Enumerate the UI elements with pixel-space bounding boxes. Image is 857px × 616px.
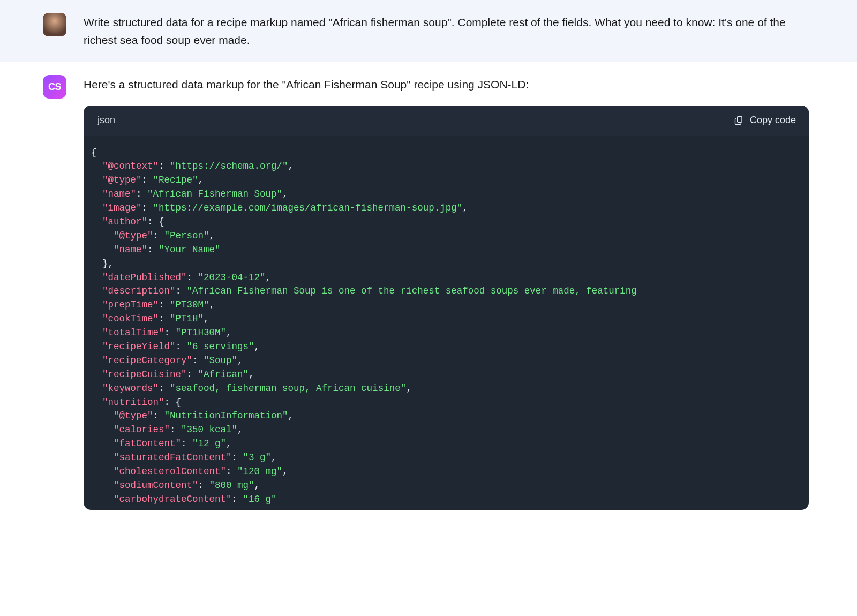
code-body[interactable]: { "@context": "https://schema.org/", "@t… <box>84 136 809 510</box>
assistant-avatar: CS <box>43 75 66 99</box>
code-block-header: json Copy code <box>84 106 809 136</box>
user-avatar <box>43 13 66 36</box>
copy-code-label: Copy code <box>750 115 796 126</box>
assistant-intro-text: Here's a structured data markup for the … <box>84 76 809 94</box>
assistant-message-content: Here's a structured data markup for the … <box>84 75 809 510</box>
assistant-message-row: CS Here's a structured data markup for t… <box>0 62 857 523</box>
code-block: json Copy code { "@context": "https://sc… <box>84 106 809 510</box>
user-avatar-image <box>43 13 66 36</box>
svg-rect-0 <box>738 116 742 122</box>
copy-code-button[interactable]: Copy code <box>734 115 796 126</box>
user-message-text: Write structured data for a recipe marku… <box>84 13 809 49</box>
clipboard-icon <box>734 115 745 126</box>
code-language-label: json <box>97 113 115 128</box>
conversation: Write structured data for a recipe marku… <box>0 0 857 523</box>
user-message-row: Write structured data for a recipe marku… <box>0 0 857 62</box>
assistant-avatar-label: CS <box>48 81 61 93</box>
